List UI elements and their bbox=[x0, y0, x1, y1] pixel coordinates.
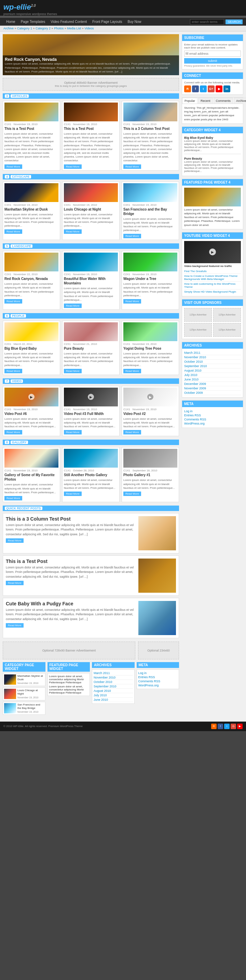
search-button[interactable]: SEARCH bbox=[225, 19, 243, 24]
breadcrumb-videos[interactable]: Videos bbox=[84, 27, 94, 30]
meta-item: Comments RSS bbox=[184, 417, 241, 422]
rss-icon[interactable]: R bbox=[184, 86, 191, 92]
read-more-btn[interactable]: Read More bbox=[6, 623, 24, 628]
article-title: This is a 3 Column Test Post bbox=[123, 126, 177, 131]
article-item: C1X1 November 19, 2010 Yogist Doing Tree… bbox=[122, 321, 179, 375]
tab-popular[interactable]: Popular bbox=[182, 98, 197, 103]
breadcrumb-cat2[interactable]: Category 2 bbox=[35, 27, 51, 30]
gallery-section: 8 GALLERY C1X1 November 19, 2010 Gallery… bbox=[3, 439, 179, 502]
facebook-icon[interactable]: f bbox=[192, 86, 199, 92]
quick-recent-header: QUICK RECENT POSTS bbox=[3, 506, 179, 511]
read-more-btn[interactable]: Read More bbox=[123, 492, 141, 496]
articles-section: 3 ARTICLES C1X1 November 19, 2010 This i… bbox=[3, 93, 179, 170]
read-more-btn[interactable]: Read More bbox=[123, 430, 141, 434]
google-plus-icon[interactable]: G+ bbox=[208, 86, 214, 92]
read-more-btn[interactable]: Read More bbox=[64, 430, 82, 434]
article-title: Louis Chicago at Night bbox=[64, 207, 118, 212]
read-more-btn[interactable]: Read More bbox=[64, 229, 82, 234]
sponsor-box-4[interactable]: 125px Advertise bbox=[213, 323, 241, 337]
popular-post-text: Stunning: This gif_htmlspecialchars-temp… bbox=[184, 106, 241, 121]
read-more-btn[interactable]: Read More bbox=[64, 164, 82, 169]
archive-item: March 2011 bbox=[184, 351, 241, 355]
footer-facebook-icon[interactable]: f bbox=[217, 724, 223, 729]
read-more-btn[interactable]: Read More bbox=[5, 164, 22, 169]
twitter-icon[interactable]: t bbox=[200, 86, 207, 92]
read-more-btn[interactable]: Read More bbox=[5, 229, 22, 234]
tab-archives[interactable]: Archives bbox=[234, 98, 246, 103]
article-title: Photo Gallery #1 bbox=[123, 473, 177, 477]
sidebar-cat-widget-content: Big Blue Eyed Baby Lorem ipsum dolor sit… bbox=[182, 133, 243, 176]
play-icon: ▶ bbox=[88, 394, 94, 400]
breadcrumb-media[interactable]: Media List bbox=[67, 27, 81, 30]
nav-home[interactable]: Home bbox=[3, 18, 18, 25]
breadcrumb-archive[interactable]: Archive bbox=[3, 27, 14, 30]
read-more-btn[interactable]: Read More bbox=[64, 369, 82, 373]
cityscape-grid: C3X1 November 19, 2010 Manhattan Skyline… bbox=[3, 181, 179, 240]
sponsor-box-2[interactable]: 125px Advertise bbox=[213, 308, 241, 321]
yt-link-3[interactable]: How to add customizing to this WordPress… bbox=[184, 282, 235, 288]
recent-post-3-content: Cute Baby With a Pudgy Face Lorem ipsum … bbox=[6, 601, 136, 635]
sponsor-box-1[interactable]: 125px Advertise bbox=[184, 308, 212, 321]
article-title: Beautiful Blue Water With Mountains bbox=[64, 277, 118, 285]
cityscape-section: 4 CITYSCAPE C3X1 November 19, 2010 Manha… bbox=[3, 174, 179, 240]
linkedin-icon[interactable]: in bbox=[224, 86, 230, 92]
bottom-featured-content: Lorem ipsum dolor sit amet, consectetur … bbox=[48, 673, 90, 696]
sidebar-meta-list: Log in Entries RSS Comments RSS WordPres… bbox=[184, 409, 241, 426]
youtube-video-thumb[interactable]: ▶ bbox=[184, 241, 241, 263]
site-logo[interactable]: wp-ellie2.0 bbox=[3, 3, 243, 12]
footer-twitter-icon[interactable]: t bbox=[224, 724, 230, 729]
breadcrumb: Archive » Category 1 » Category 2 » Phot… bbox=[0, 25, 246, 32]
read-more-btn[interactable]: Read More bbox=[64, 492, 82, 496]
tab-recent[interactable]: Recent bbox=[198, 98, 213, 103]
nav-video-featured[interactable]: Video Featured Content bbox=[48, 18, 89, 25]
read-more-btn[interactable]: Read More bbox=[123, 234, 141, 238]
yt-link-4[interactable]: Simply Show HD Video Background Plugin bbox=[184, 290, 236, 293]
tab-comments[interactable]: Comments bbox=[214, 98, 233, 103]
read-more-btn[interactable]: Read More bbox=[6, 581, 24, 585]
read-more-btn[interactable]: Read More bbox=[123, 164, 141, 169]
article-excerpt: Lorem ipsum dolor sit amet, consectetur … bbox=[64, 352, 118, 367]
cityscape-num: 4 bbox=[5, 175, 9, 178]
content-area: Red Rock Canyon, Nevada Lorem ipsum dolo… bbox=[0, 32, 246, 722]
footer-youtube-icon[interactable]: ▶ bbox=[237, 724, 243, 729]
yt-link-2[interactable]: How to Create a Custom WordPress Theme B… bbox=[184, 274, 238, 281]
connect-widget: CONNECT Connect with us on the following… bbox=[182, 72, 243, 95]
subscribe-email-input[interactable] bbox=[184, 51, 241, 57]
video-num: 7 bbox=[5, 379, 9, 383]
sidebar-archives-widget: ARCHIVES March 2011 November 2010 Octobe… bbox=[182, 342, 243, 398]
article-meta: C1X1 November 19, 2010 bbox=[64, 408, 118, 411]
read-more-btn[interactable]: Read More bbox=[64, 304, 82, 308]
article-title: San Francisco and the Bay Bridge bbox=[123, 207, 177, 216]
article-title: Still Another Photo Gallery bbox=[64, 473, 118, 477]
nav-page-templates[interactable]: Page Templates bbox=[18, 18, 48, 25]
article-thumb bbox=[5, 322, 59, 341]
breadcrumb-cat1[interactable]: Category 1 bbox=[17, 27, 32, 30]
read-more-btn[interactable]: Read More bbox=[5, 369, 22, 373]
subscribe-button[interactable]: submit bbox=[184, 58, 241, 64]
meta-item: Entries RSS bbox=[138, 675, 178, 679]
article-title: Video Post #6 bbox=[5, 412, 59, 416]
read-more-btn[interactable]: Read More bbox=[123, 369, 141, 373]
read-more-btn[interactable]: Read More bbox=[5, 430, 22, 434]
subscribe-content: Enter your email address to receive upda… bbox=[182, 41, 243, 69]
cat-link[interactable]: Big Blue Eyed Baby bbox=[184, 136, 213, 140]
recent-post-3-title: Cute Baby With a Pudgy Face bbox=[6, 601, 136, 606]
play-button[interactable]: ▶ bbox=[209, 248, 216, 255]
recent-post-3-image bbox=[138, 601, 176, 635]
footer-google-icon[interactable]: G bbox=[231, 724, 236, 729]
footer-rss-icon[interactable]: R bbox=[211, 724, 217, 729]
sponsor-box-3[interactable]: 125px Advertise bbox=[184, 323, 212, 337]
article-title: Pure Beauty bbox=[64, 346, 118, 351]
youtube-icon[interactable]: ▶ bbox=[216, 86, 222, 92]
read-more-btn[interactable]: Read More bbox=[6, 538, 24, 543]
quick-recent-section: QUICK RECENT POSTS This is a 3 Column Te… bbox=[3, 506, 179, 638]
nav-front-page[interactable]: Front Page Layouts bbox=[89, 18, 125, 25]
breadcrumb-photos[interactable]: Photos bbox=[54, 27, 63, 30]
read-more-btn[interactable]: Read More bbox=[123, 299, 141, 304]
read-more-btn[interactable]: Read More bbox=[5, 496, 22, 500]
search-input[interactable] bbox=[190, 19, 224, 25]
read-more-btn[interactable]: Read More bbox=[5, 299, 22, 304]
nav-buy-now[interactable]: Buy Now bbox=[125, 18, 144, 25]
yt-link-1[interactable]: Find The Greafulls bbox=[184, 270, 207, 273]
cat-link[interactable]: Pure Beauty bbox=[184, 157, 202, 160]
